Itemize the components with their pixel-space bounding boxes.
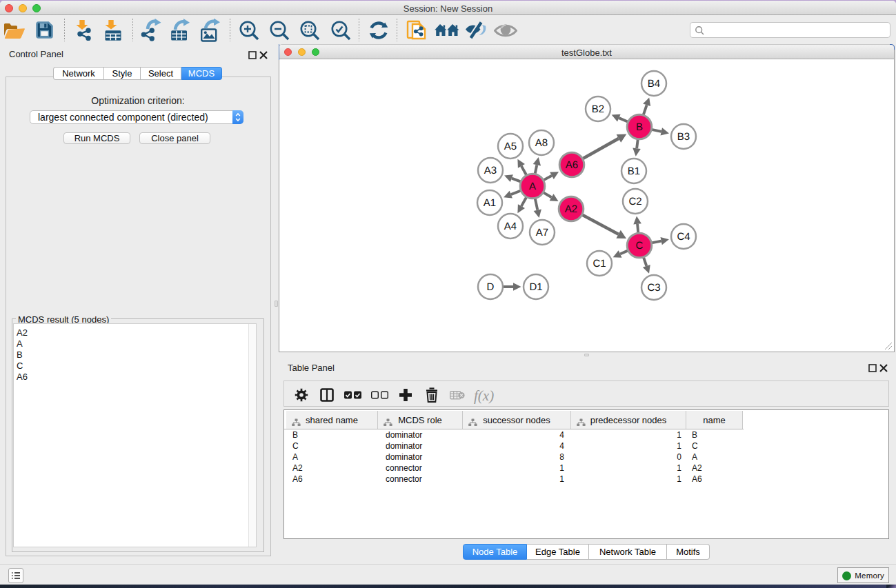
svg-text:C1: C1 xyxy=(593,258,606,270)
svg-text:A4: A4 xyxy=(504,221,517,232)
svg-text:B4: B4 xyxy=(648,78,660,90)
svg-text:A: A xyxy=(529,181,536,192)
svg-text:B: B xyxy=(636,121,643,133)
svg-text:D: D xyxy=(487,281,495,293)
svg-text:C2: C2 xyxy=(628,196,641,207)
svg-text:D1: D1 xyxy=(529,281,542,293)
svg-text:A3: A3 xyxy=(484,165,497,176)
svg-text:B3: B3 xyxy=(677,131,690,143)
svg-text:A6: A6 xyxy=(566,159,578,171)
svg-text:B2: B2 xyxy=(592,103,604,115)
svg-text:A1: A1 xyxy=(484,197,496,209)
svg-text:A8: A8 xyxy=(535,137,548,149)
svg-text:C4: C4 xyxy=(677,231,690,243)
svg-text:B1: B1 xyxy=(628,165,640,177)
svg-text:C: C xyxy=(636,240,644,252)
svg-text:A2: A2 xyxy=(565,203,577,215)
svg-text:A7: A7 xyxy=(536,227,548,239)
svg-text:C3: C3 xyxy=(647,282,660,294)
svg-text:A5: A5 xyxy=(504,141,517,152)
